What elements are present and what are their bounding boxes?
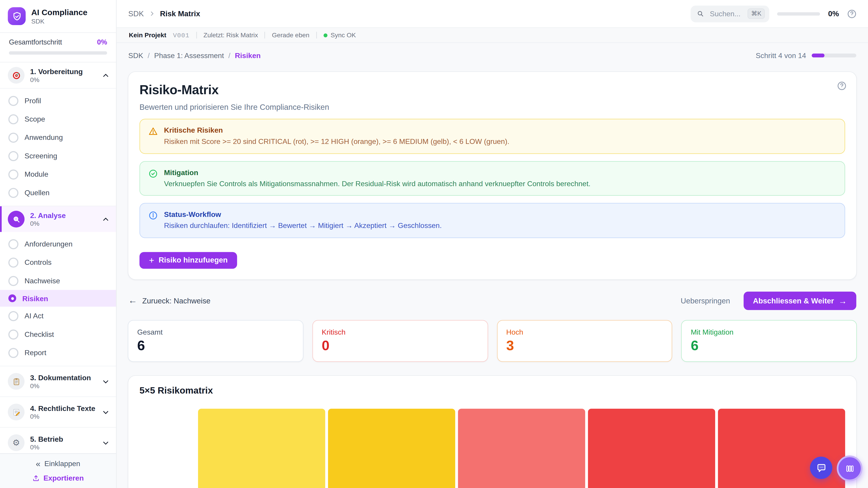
radio-icon	[8, 96, 18, 105]
matrix-cell[interactable]	[458, 409, 585, 488]
arrow-left-icon: ←	[128, 296, 137, 305]
matrix-cell[interactable]	[328, 409, 455, 488]
sidebar-section-rechtliche-texte[interactable]: 4. Rechtliche Texte 0%	[0, 396, 116, 427]
breadcrumb-phase[interactable]: Phase 1: Assessment	[154, 51, 224, 60]
alert-title: Kritische Risiken	[164, 126, 509, 134]
sidebar-item-anwendung[interactable]: Anwendung	[0, 128, 116, 147]
app-window: AI Compliance SDK Gesamtfortschritt 0% 1…	[0, 0, 868, 488]
alert-text: Risiken mit Score >= 20 sind CRITICAL (r…	[164, 137, 509, 147]
sidebar-section-vorbereitung[interactable]: 1. Vorbereitung 0%	[0, 62, 116, 88]
sync-status: Sync OK	[323, 32, 356, 39]
sidebar-item-profil[interactable]: Profil	[0, 92, 116, 110]
keyboard-shortcut-badge: ⌘K	[748, 8, 765, 19]
section-items: Profil Scope Anwendung Screening Module …	[0, 88, 116, 206]
sidebar-item-nachweise[interactable]: Nachweise	[0, 271, 116, 290]
search-icon	[697, 10, 704, 17]
sidebar-item-report[interactable]: Report	[0, 344, 116, 362]
section-label: 5. Betrieb	[30, 435, 96, 443]
back-link[interactable]: ← Zurueck: Nachweise	[128, 296, 211, 305]
sidebar-section-dokumentation[interactable]: 3. Dokumentation 0%	[0, 366, 116, 396]
stat-value: 0	[322, 338, 478, 353]
panels-fab-button[interactable]	[837, 455, 863, 481]
overall-progress-label: Gesamtfortschritt	[9, 38, 62, 46]
columns-icon	[845, 464, 855, 473]
target-icon	[8, 67, 25, 84]
sidebar-item-module[interactable]: Module	[0, 165, 116, 183]
page-content: SDK / Phase 1: Assessment / Risiken Schr…	[117, 43, 868, 488]
wizard-nav-row: ← Zurueck: Nachweise Ueberspringen Absch…	[128, 291, 857, 310]
sidebar-item-checklist[interactable]: Checklist	[0, 325, 116, 344]
matrix-cell[interactable]	[198, 409, 325, 488]
shield-check-icon	[11, 11, 22, 22]
main-area: SDK Risk Matrix ⌘K 0% Kein Projekt V001 …	[117, 0, 868, 488]
stat-cards: Gesamt 6 Kritisch 0 Hoch 3 Mit Mitigatio…	[128, 320, 857, 362]
alert-text: Verknuepfen Sie Controls als Mitigations…	[164, 179, 591, 188]
double-chevron-left-icon: «	[36, 459, 40, 468]
radio-selected-icon	[8, 294, 16, 302]
section-percent: 0%	[30, 383, 96, 390]
section-label: 1. Vorbereitung	[30, 67, 96, 76]
radio-icon	[8, 275, 18, 286]
sidebar-section-analyse[interactable]: 2. Analyse 0%	[0, 206, 116, 232]
top-bar: SDK Risk Matrix ⌘K 0%	[117, 0, 868, 28]
sidebar-item-anforderungen[interactable]: Anforderungen	[0, 235, 116, 253]
help-circle-icon[interactable]	[837, 81, 847, 91]
search-field[interactable]	[709, 9, 743, 18]
step-progress: Schritt 4 von 14	[756, 51, 856, 60]
help-circle-icon[interactable]	[847, 8, 857, 19]
radio-icon	[8, 169, 18, 179]
overall-progress-value: 0%	[97, 38, 107, 46]
section-items: Anforderungen Controls Nachweise Risiken…	[0, 232, 116, 366]
breadcrumb-root[interactable]: SDK	[128, 9, 144, 18]
sidebar-item-controls[interactable]: Controls	[0, 253, 116, 271]
stat-card-hoch: Hoch 3	[497, 320, 673, 362]
matrix-title: 5×5 Risikomatrix	[140, 385, 845, 396]
complete-and-next-button[interactable]: Abschliessen & Weiter →	[743, 291, 856, 310]
section-percent: 0%	[30, 413, 96, 420]
breadcrumb-risiken: Risiken	[235, 51, 260, 60]
breadcrumb-sdk[interactable]: SDK	[128, 51, 143, 60]
stat-value: 3	[506, 338, 663, 353]
matrix-cell[interactable]	[588, 409, 715, 488]
radio-icon	[8, 329, 18, 339]
export-button[interactable]: Exportieren	[29, 473, 87, 483]
add-risk-button[interactable]: + Risiko hinzufuegen	[140, 252, 237, 269]
sidebar-item-screening[interactable]: Screening	[0, 147, 116, 165]
sidebar-item-quellen[interactable]: Quellen	[0, 184, 116, 202]
chevron-down-icon	[102, 439, 110, 446]
stat-label: Kritisch	[322, 328, 478, 336]
sidebar-item-risiken[interactable]: Risiken	[0, 290, 116, 306]
divider	[265, 32, 265, 39]
app-title: AI Compliance	[31, 8, 88, 17]
chevron-right-icon	[149, 11, 155, 17]
chat-fab-button[interactable]	[810, 457, 832, 479]
divider	[316, 32, 316, 39]
collapse-sidebar-button[interactable]: « Einklappen	[33, 459, 84, 468]
alert-title: Mitigation	[164, 168, 591, 176]
radio-icon	[8, 311, 18, 321]
section-percent: 0%	[30, 76, 96, 84]
plus-icon: +	[149, 256, 154, 265]
search-input[interactable]: ⌘K	[691, 5, 770, 22]
step-label: Schritt 4 von 14	[756, 51, 806, 60]
sidebar-section-betrieb[interactable]: ⚙ 5. Betrieb 0%	[0, 427, 116, 453]
stat-card-kritisch: Kritisch 0	[312, 320, 488, 362]
section-label: 4. Rechtliche Texte	[30, 404, 96, 413]
radio-icon	[8, 188, 18, 197]
sidebar-item-scope[interactable]: Scope	[0, 110, 116, 128]
page-subtitle: Bewerten und priorisieren Sie Ihre Compl…	[140, 103, 845, 111]
sidebar-header: AI Compliance SDK	[0, 0, 116, 33]
sidebar: AI Compliance SDK Gesamtfortschritt 0% 1…	[0, 0, 117, 488]
warning-triangle-icon	[148, 127, 158, 147]
stat-label: Mit Mitigation	[691, 328, 847, 336]
skip-link[interactable]: Ueberspringen	[681, 296, 730, 305]
stat-card-mit-mitigation: Mit Mitigation 6	[681, 320, 857, 362]
stat-label: Gesamt	[137, 328, 294, 336]
page-title: Risiko-Matrix	[140, 83, 845, 98]
check-circle-icon	[148, 169, 158, 189]
memo-pencil-icon	[8, 404, 25, 420]
app-subtitle: SDK	[31, 18, 88, 25]
upload-icon	[32, 475, 39, 482]
chevron-up-icon	[102, 72, 110, 79]
sidebar-item-ai-act[interactable]: AI Act	[0, 306, 116, 325]
